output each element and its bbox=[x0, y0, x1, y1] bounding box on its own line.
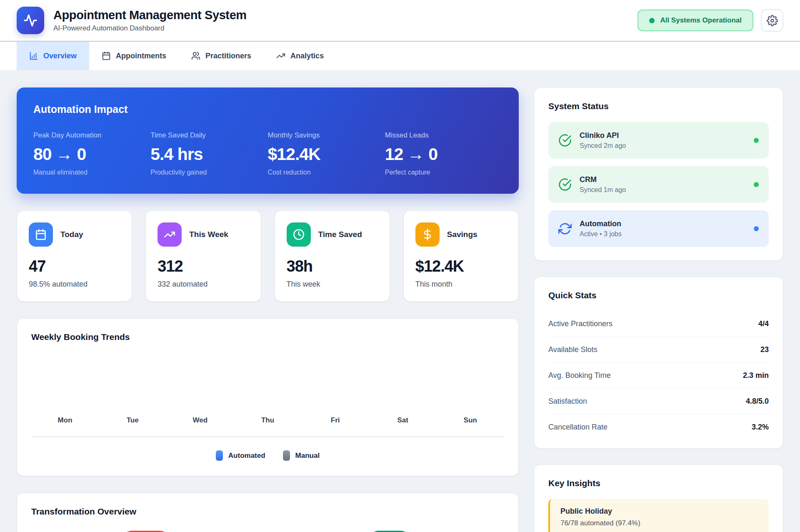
legend-label: Automated bbox=[228, 452, 265, 460]
status-item-name: Cliniko API bbox=[580, 131, 626, 140]
metric-value: 80 → 0 bbox=[33, 145, 150, 164]
trending-up-icon bbox=[158, 222, 182, 247]
gear-icon bbox=[767, 15, 778, 26]
status-item-automation: Automation Active • 3 jobs bbox=[548, 210, 769, 247]
header-title-block: Appointment Management System AI-Powered… bbox=[53, 8, 247, 32]
quick-stats-card: Quick Stats Active Practitioners 4/4 Ava… bbox=[534, 277, 783, 449]
left-column: Automation Impact Peak Day Automation 80… bbox=[17, 87, 519, 532]
tab-label: Practitioners bbox=[205, 52, 251, 60]
stat-card-savings: Savings $12.4K This month bbox=[403, 210, 519, 302]
chart-x-axis: Mon Tue Wed Thu Fri Sat Sun bbox=[31, 416, 504, 425]
dollar-icon bbox=[415, 222, 440, 247]
metric-label: Time Saved Daily bbox=[150, 131, 268, 140]
status-item-detail: Synced 2m ago bbox=[580, 142, 626, 150]
page-title: Appointment Management System bbox=[53, 8, 247, 22]
chart-axis-line bbox=[31, 436, 504, 437]
x-tick: Sun bbox=[437, 416, 504, 425]
stat-value: 38h bbox=[287, 257, 378, 275]
metric-sub: Cost reduction bbox=[268, 169, 385, 176]
metric-sub: Productivity gained bbox=[150, 169, 268, 176]
stat-card-this-week: This Week 312 332 automated bbox=[145, 210, 261, 302]
status-item-name: CRM bbox=[580, 175, 626, 184]
tab-label: Appointments bbox=[116, 52, 166, 60]
stat-label: Time Saved bbox=[318, 230, 362, 239]
status-badge-label: All Systems Operational bbox=[660, 16, 742, 25]
main-content: Automation Impact Peak Day Automation 80… bbox=[0, 70, 800, 532]
clock-icon bbox=[287, 222, 311, 247]
calendar-icon bbox=[102, 51, 111, 60]
system-status-title: System Status bbox=[548, 101, 769, 111]
stat-value: 312 bbox=[158, 257, 249, 275]
settings-button[interactable] bbox=[761, 9, 783, 32]
transformation-title: Transformation Overview bbox=[31, 507, 504, 517]
stat-card-today: Today 47 98.5% automated bbox=[17, 210, 132, 302]
status-item-detail: Synced 1m ago bbox=[580, 186, 626, 194]
chart-plot-area bbox=[31, 342, 504, 416]
app-logo bbox=[17, 7, 44, 34]
stat-label: Savings bbox=[447, 230, 478, 239]
check-circle-icon bbox=[558, 134, 572, 147]
tab-practitioners[interactable]: Practitioners bbox=[179, 42, 264, 70]
calendar-icon bbox=[29, 222, 53, 247]
stat-cards-row: Today 47 98.5% automated This Week 312 3… bbox=[17, 210, 519, 302]
users-icon bbox=[191, 51, 200, 60]
metric-sub: Manual eliminated bbox=[33, 169, 150, 176]
x-tick: Sat bbox=[369, 416, 437, 425]
status-item-crm: CRM Synced 1m ago bbox=[548, 166, 769, 203]
impact-title: Automation Impact bbox=[33, 103, 502, 115]
x-tick: Thu bbox=[234, 416, 301, 425]
key-insights-card: Key Insights Public Holiday 76/78 automa… bbox=[534, 465, 783, 532]
app-header: Appointment Management System AI-Powered… bbox=[0, 0, 800, 42]
activity-icon bbox=[23, 13, 38, 27]
tab-label: Analytics bbox=[290, 52, 324, 60]
metric-value: 12 → 0 bbox=[385, 145, 502, 164]
quick-stat-label: Avg. Booking Time bbox=[548, 371, 611, 380]
status-dot-icon bbox=[649, 18, 655, 23]
quick-stat-label: Cancellation Rate bbox=[548, 423, 608, 432]
quick-stat-row: Satisfaction 4.8/5.0 bbox=[548, 389, 769, 415]
impact-metrics: Peak Day Automation 80 → 0 Manual elimin… bbox=[33, 131, 502, 176]
x-tick: Tue bbox=[99, 416, 166, 425]
metric-value: $12.4K bbox=[268, 145, 385, 164]
tab-overview[interactable]: Overview bbox=[17, 42, 89, 70]
x-tick: Mon bbox=[31, 416, 99, 425]
legend-item-manual: Manual bbox=[283, 450, 320, 461]
legend-swatch-manual bbox=[283, 450, 290, 461]
trending-up-icon bbox=[276, 51, 285, 60]
metric-label: Monthly Savings bbox=[268, 131, 385, 140]
quick-stat-label: Satisfaction bbox=[548, 397, 587, 406]
system-status-card: System Status Cliniko API Synced 2m ago … bbox=[534, 87, 783, 261]
header-actions: All Systems Operational bbox=[638, 9, 783, 32]
system-status-badge: All Systems Operational bbox=[638, 10, 753, 31]
green-dot-icon bbox=[754, 182, 759, 187]
transformation-overview-card: Transformation Overview Before After bbox=[17, 493, 519, 532]
quick-stat-label: Active Practitioners bbox=[548, 320, 612, 328]
bar-chart-icon bbox=[29, 51, 38, 60]
quick-stat-row: Cancellation Rate 3.2% bbox=[548, 415, 769, 435]
insight-detail: 76/78 automated (97.4%) bbox=[560, 519, 758, 527]
tab-analytics[interactable]: Analytics bbox=[264, 42, 336, 70]
quick-stat-value: 2.3 min bbox=[743, 371, 769, 380]
quick-stat-label: Available Slots bbox=[548, 345, 598, 354]
legend-label: Manual bbox=[295, 452, 320, 460]
impact-metric: Time Saved Daily 5.4 hrs Productivity ga… bbox=[150, 131, 268, 176]
tab-appointments[interactable]: Appointments bbox=[89, 42, 179, 70]
metric-label: Missed Leads bbox=[385, 131, 502, 140]
chart-title: Weekly Booking Trends bbox=[31, 332, 504, 342]
quick-stat-value: 23 bbox=[760, 345, 769, 354]
stat-sub: 98.5% automated bbox=[29, 280, 120, 289]
quick-stat-value: 4/4 bbox=[758, 320, 769, 328]
key-insights-title: Key Insights bbox=[548, 478, 769, 488]
quick-stats-title: Quick Stats bbox=[548, 290, 769, 300]
stat-label: Today bbox=[60, 230, 83, 239]
impact-metric: Missed Leads 12 → 0 Perfect capture bbox=[385, 131, 502, 176]
metric-sub: Perfect capture bbox=[385, 169, 502, 176]
quick-stat-value: 3.2% bbox=[752, 423, 769, 432]
insight-public-holiday: Public Holiday 76/78 automated (97.4%) bbox=[548, 499, 769, 532]
metric-label: Peak Day Automation bbox=[33, 131, 150, 140]
blue-dot-icon bbox=[754, 226, 759, 231]
main-nav: Overview Appointments Practitioners Anal… bbox=[0, 42, 800, 70]
weekly-booking-trends-card: Weekly Booking Trends Mon Tue Wed Thu Fr… bbox=[17, 318, 519, 476]
quick-stat-row: Available Slots 23 bbox=[548, 337, 769, 363]
insight-title: Public Holiday bbox=[560, 507, 758, 516]
